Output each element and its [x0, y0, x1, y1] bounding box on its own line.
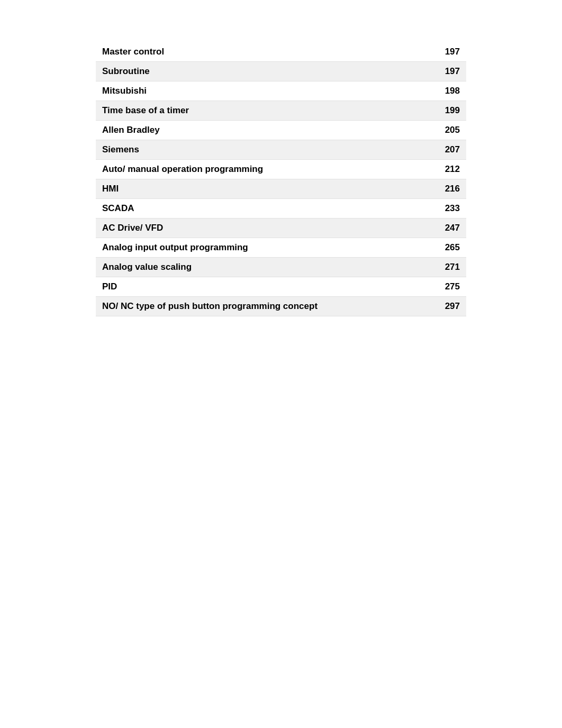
- toc-row: Analog value scaling271: [96, 258, 466, 277]
- toc-row: SCADA233: [96, 199, 466, 219]
- toc-item-page: 205: [433, 125, 460, 135]
- toc-item-title: Analog input output programming: [102, 242, 433, 253]
- toc-row: Auto/ manual operation programming212: [96, 160, 466, 179]
- toc-item-page: 275: [433, 281, 460, 292]
- toc-row: Time base of a timer199: [96, 101, 466, 121]
- toc-item-page: 297: [433, 301, 460, 312]
- toc-item-title: Auto/ manual operation programming: [102, 164, 433, 175]
- toc-item-title: Analog value scaling: [102, 262, 433, 272]
- toc-item-page: 207: [433, 144, 460, 155]
- toc-item-page: 199: [433, 105, 460, 116]
- toc-item-page: 233: [433, 203, 460, 214]
- toc-item-title: AC Drive/ VFD: [102, 223, 433, 233]
- toc-row: Analog input output programming265: [96, 238, 466, 258]
- toc-table: Master control197Subroutine197Mitsubishi…: [96, 42, 466, 316]
- toc-item-title: Subroutine: [102, 66, 433, 77]
- toc-item-page: 198: [433, 86, 460, 96]
- toc-row: PID275: [96, 277, 466, 297]
- toc-item-page: 271: [433, 262, 460, 272]
- toc-item-title: Siemens: [102, 144, 433, 155]
- toc-item-title: HMI: [102, 184, 433, 194]
- toc-row: HMI216: [96, 179, 466, 199]
- toc-item-title: Allen Bradley: [102, 125, 433, 135]
- toc-row: Master control197: [96, 42, 466, 62]
- toc-item-title: NO/ NC type of push button programming c…: [102, 301, 433, 312]
- toc-item-title: SCADA: [102, 203, 433, 214]
- toc-row: Allen Bradley205: [96, 121, 466, 140]
- toc-row: Subroutine197: [96, 62, 466, 81]
- toc-row: Mitsubishi198: [96, 81, 466, 101]
- toc-item-page: 216: [433, 184, 460, 194]
- toc-row: Siemens207: [96, 140, 466, 160]
- toc-row: AC Drive/ VFD247: [96, 219, 466, 238]
- toc-row: NO/ NC type of push button programming c…: [96, 297, 466, 316]
- toc-item-title: Master control: [102, 47, 433, 57]
- toc-item-page: 247: [433, 223, 460, 233]
- toc-item-page: 212: [433, 164, 460, 175]
- toc-item-page: 265: [433, 242, 460, 253]
- toc-item-title: Mitsubishi: [102, 86, 433, 96]
- toc-item-page: 197: [433, 66, 460, 77]
- toc-item-title: PID: [102, 281, 433, 292]
- toc-container: Master control197Subroutine197Mitsubishi…: [96, 42, 466, 316]
- toc-item-title: Time base of a timer: [102, 105, 433, 116]
- toc-item-page: 197: [433, 47, 460, 57]
